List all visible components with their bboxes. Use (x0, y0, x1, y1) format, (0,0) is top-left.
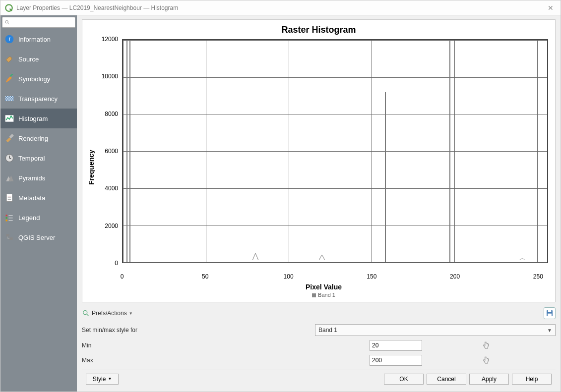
histogram-chart: Raster Histogram Frequency 0200040006000… (82, 19, 556, 302)
style-button[interactable]: Style▼ (86, 374, 119, 385)
save-histogram-button[interactable] (544, 307, 556, 319)
max-label: Max (82, 357, 370, 364)
sidebar-item-label: Rendering (18, 135, 48, 142)
wrench-icon (4, 54, 14, 64)
svg-rect-22 (9, 237, 13, 240)
apply-button[interactable]: Apply (469, 374, 509, 385)
magnifier-icon (82, 309, 90, 317)
pick-min-icon[interactable] (482, 341, 491, 350)
min-label: Min (82, 342, 370, 349)
sidebar: i Information Source Symbology Transpare… (0, 15, 77, 392)
plot-grid[interactable]: 020004000600080001000012000 (96, 37, 551, 273)
main-panel: Raster Histogram Frequency 0200040006000… (77, 15, 561, 392)
svg-rect-26 (548, 314, 552, 316)
sidebar-item-label: Transparency (18, 95, 58, 103)
info-icon: i (4, 34, 14, 44)
set-minmax-label: Set min/max style for (82, 327, 315, 334)
min-input[interactable] (370, 340, 422, 351)
server-icon (4, 232, 14, 242)
pyramids-icon (4, 173, 14, 183)
brush-icon (4, 133, 14, 143)
sidebar-item-label: QGIS Server (18, 234, 55, 241)
svg-point-23 (83, 311, 87, 315)
transparency-icon (4, 94, 14, 104)
svg-rect-25 (548, 310, 552, 312)
svg-text:i: i (9, 36, 10, 42)
sidebar-item-label: Legend (18, 214, 40, 222)
svg-rect-5 (5, 96, 14, 101)
max-input[interactable] (370, 355, 422, 366)
chevron-down-icon: ▼ (108, 377, 112, 381)
paintbrush-icon (4, 74, 14, 84)
prefs-actions-button[interactable]: Prefs/Actions ▼ (82, 309, 133, 317)
document-icon (4, 193, 14, 203)
y-axis-label: Frequency (86, 37, 96, 298)
close-icon[interactable]: ✕ (545, 3, 557, 13)
legend-icon (4, 213, 14, 223)
sidebar-item-label: Symbology (18, 75, 50, 83)
cancel-button[interactable]: Cancel (427, 374, 466, 385)
svg-rect-17 (6, 220, 7, 221)
sidebar-search[interactable] (2, 17, 75, 28)
svg-rect-21 (6, 234, 9, 236)
chart-legend: Band 1 (96, 292, 551, 298)
svg-rect-15 (6, 215, 7, 216)
chevron-down-icon: ▼ (129, 311, 133, 316)
titlebar: Layer Properties — LC2019_NearestNeighbo… (0, 0, 561, 15)
sidebar-item-information[interactable]: i Information (0, 29, 77, 49)
dialog-footer: Style▼ OK Cancel Apply Help (82, 370, 556, 388)
svg-rect-9 (9, 134, 13, 138)
sidebar-search-input[interactable] (10, 19, 73, 26)
sidebar-item-transparency[interactable]: Transparency (0, 89, 77, 109)
x-axis-label: Pixel Value (96, 283, 551, 291)
sidebar-item-source[interactable]: Source (0, 49, 77, 69)
sidebar-item-label: Histogram (18, 115, 48, 122)
sidebar-item-symbology[interactable]: Symbology (0, 69, 77, 89)
sidebar-item-metadata[interactable]: Metadata (0, 188, 77, 208)
pick-max-icon[interactable] (482, 356, 491, 365)
qgis-logo-icon (4, 3, 13, 12)
chart-title: Raster Histogram (86, 25, 551, 35)
sidebar-item-label: Source (18, 56, 39, 63)
sidebar-item-label: Pyramids (18, 174, 45, 182)
save-icon (546, 309, 554, 317)
band-select-dropdown[interactable]: Band 1 ▼ (315, 324, 556, 336)
window-title: Layer Properties — LC2019_NearestNeighbo… (16, 4, 178, 11)
sidebar-item-label: Metadata (18, 194, 45, 202)
sidebar-item-qgis-server[interactable]: QGIS Server (0, 227, 77, 247)
ok-button[interactable]: OK (384, 374, 424, 385)
svg-rect-16 (6, 217, 7, 219)
histogram-icon (4, 113, 14, 123)
clock-icon (4, 153, 14, 163)
sidebar-item-rendering[interactable]: Rendering (0, 128, 77, 148)
search-icon (4, 19, 10, 25)
sidebar-item-histogram[interactable]: Histogram (0, 109, 77, 128)
sidebar-item-label: Temporal (18, 155, 45, 162)
svg-point-1 (5, 20, 8, 23)
sidebar-item-temporal[interactable]: Temporal (0, 148, 77, 168)
help-button[interactable]: Help (512, 374, 552, 385)
sidebar-item-label: Information (18, 36, 51, 43)
chevron-down-icon: ▼ (547, 328, 552, 333)
sidebar-item-pyramids[interactable]: Pyramids (0, 168, 77, 188)
sidebar-item-legend[interactable]: Legend (0, 208, 77, 227)
